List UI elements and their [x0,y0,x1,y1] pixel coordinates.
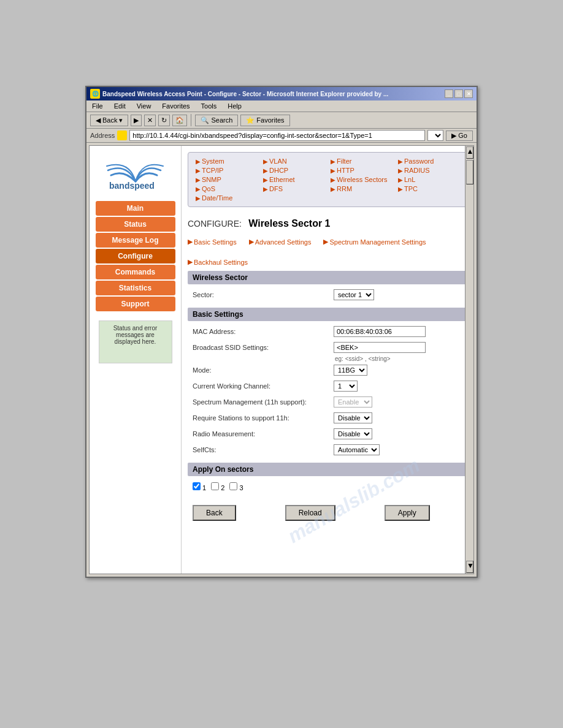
subnav-spectrum[interactable]: ▶Spectrum Management Settings [323,238,426,246]
selfcts-label: SelfCts: [193,446,327,453]
nav-configure[interactable]: Configure [96,249,175,264]
sector2-checkbox[interactable] [211,482,219,490]
maximize-button[interactable]: □ [454,89,463,98]
mode-select[interactable]: 11BG 11B 11G [334,365,367,376]
channel-select[interactable]: 1234 5678 91011 [334,381,358,392]
back-button[interactable]: ◀ Back ▾ [90,115,128,126]
forward-button[interactable]: ▶ [131,115,142,126]
topnav-wireless-sectors[interactable]: ▶Wireless Sectors [331,176,392,183]
topnav-filter[interactable]: ▶Filter [331,157,392,165]
close-button[interactable]: ✕ [464,89,473,98]
topnav-vlan[interactable]: ▶VLAN [263,157,324,165]
sector-row: Sector: sector 1 sector 2 sector 3 [188,287,467,303]
browser-window: 🌐 Bandspeed Wireless Access Point - Conf… [85,86,478,578]
status-message-box: Status and error messages are displayed … [99,320,172,363]
sector3-checkbox[interactable] [229,482,237,490]
nav-commands[interactable]: Commands [96,265,175,279]
topnav-datetime[interactable]: ▶Date/Time [196,194,257,202]
stop-button[interactable]: ✕ [144,115,156,126]
menu-edit[interactable]: Edit [112,102,128,110]
sector2-checkbox-label[interactable]: 2 [211,482,224,491]
topnav-password[interactable]: ▶Password [398,157,459,165]
topnav-ethernet[interactable]: ▶Ethernet [263,176,324,183]
status-message-text: Status and error messages are displayed … [113,325,158,345]
topnav-http[interactable]: ▶HTTP [331,167,392,174]
back-dropdown-icon: ▾ [119,116,123,124]
spectrum-mgmt-label: Spectrum Management (11h support): [193,398,327,406]
require-stations-select[interactable]: Disable Enable [334,412,372,423]
nav-menu: Main Status Message Log Configure Comman… [90,201,181,311]
menu-view[interactable]: View [135,102,153,110]
scrollbar[interactable]: ▲ ▼ [465,146,473,574]
nav-main[interactable]: Main [96,201,175,216]
topnav-qos[interactable]: ▶QoS [196,185,257,192]
topnav-dfs[interactable]: ▶DFS [263,185,324,192]
apply-sectors-row: 1 2 3 [188,479,467,495]
ssid-input[interactable] [334,342,426,353]
configure-label: CONFIGURE: [188,219,242,229]
toolbar: ◀ Back ▾ ▶ ✕ ↻ 🏠 🔍 Search ⭐ Favorites [86,112,477,129]
sidebar: bandspeed Main Status Message Log Config… [90,146,182,574]
toolbar-separator [191,114,191,126]
require-stations-row: Require Stations to support 11h: Disable… [188,410,467,426]
radio-meas-select[interactable]: Disable Enable [334,428,372,439]
spectrum-mgmt-row: Spectrum Management (11h support): Enabl… [188,394,467,410]
menu-bar: File Edit View Favorites Tools Help [86,100,477,112]
subnav-basic[interactable]: ▶Basic Settings [188,238,237,246]
address-label: Address [90,132,115,139]
browser-icon: 🌐 [90,89,100,99]
reload-button[interactable]: Reload [285,505,335,521]
scroll-up-button[interactable]: ▲ [466,146,473,159]
menu-file[interactable]: File [90,102,105,110]
menu-tools[interactable]: Tools [199,102,219,110]
topnav-tcpip[interactable]: ▶TCP/IP [196,167,257,174]
go-arrow-icon: ▶ [451,132,456,140]
home-button[interactable]: 🏠 [172,115,187,126]
star-icon: ⭐ [246,116,255,124]
nav-status[interactable]: Status [96,217,175,232]
ssid-row: Broadcast SSID Settings: [188,339,467,355]
mac-input[interactable] [334,326,426,337]
favorites-toolbar-button[interactable]: ⭐ Favorites [240,115,289,126]
selfcts-row: SelfCts: Automatic Enable Disable [188,442,467,458]
topnav-radius[interactable]: ▶RADIUS [398,167,459,174]
refresh-button[interactable]: ↻ [158,115,170,126]
main-panel: manualslib.com ▶System ▶VLAN ▶Filter ▶Pa… [182,146,473,574]
scroll-thumb[interactable] [466,160,473,184]
topnav-dhcp[interactable]: ▶DHCP [263,167,324,174]
subnav-advanced[interactable]: ▶Advanced Settings [249,238,312,246]
sector3-checkbox-label[interactable]: 3 [229,482,243,491]
sector1-checkbox-label[interactable]: 1 [193,482,206,491]
nav-support[interactable]: Support [96,297,175,311]
nav-statistics[interactable]: Statistics [96,281,175,295]
sub-nav: ▶Basic Settings ▶Advanced Settings ▶Spec… [188,238,467,266]
topnav-rrm[interactable]: ▶RRM [331,185,392,192]
back-page-button[interactable]: Back [193,505,236,521]
menu-help[interactable]: Help [226,102,243,110]
svg-text:bandspeed: bandspeed [109,181,155,191]
apply-button[interactable]: Apply [385,505,430,521]
subnav-backhaul[interactable]: ▶Backhaul Settings [188,258,248,266]
sector-select[interactable]: sector 1 sector 2 sector 3 [334,289,374,300]
scroll-down-button[interactable]: ▼ [466,561,473,573]
nav-message-log[interactable]: Message Log [96,233,175,248]
spectrum-mgmt-select[interactable]: Enable Disable [334,396,372,408]
sector1-checkbox[interactable] [193,482,201,490]
selfcts-select[interactable]: Automatic Enable Disable [334,444,380,455]
menu-favorites[interactable]: Favorites [160,102,191,110]
page-icon [117,131,127,140]
topnav-snmp[interactable]: ▶SNMP [196,176,257,183]
ssid-label: Broadcast SSID Settings: [193,344,327,351]
address-input[interactable] [129,130,425,141]
topnav-system[interactable]: ▶System [196,157,257,165]
search-toolbar-button[interactable]: 🔍 Search [195,115,238,126]
topnav-tpc[interactable]: ▶TPC [398,185,459,192]
topnav-lnl[interactable]: ▶LnL [398,176,459,183]
channel-label: Current Working Channel: [193,382,327,390]
top-nav: ▶System ▶VLAN ▶Filter ▶Password ▶TCP/IP … [188,152,467,207]
mac-address-row: MAC Address: [188,324,467,339]
content-area: bandspeed Main Status Message Log Config… [89,145,474,574]
address-dropdown[interactable] [427,130,443,141]
minimize-button[interactable]: _ [445,89,453,98]
go-button[interactable]: ▶ Go [446,131,473,141]
